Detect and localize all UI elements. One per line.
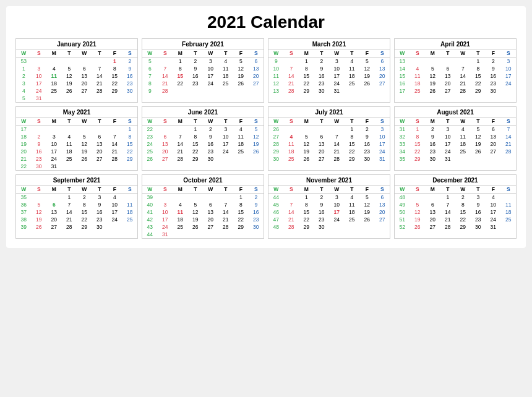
col-header: S [32,186,47,194]
day-cell: 25 [345,216,360,223]
week-row: 3315161718192021 [395,140,516,148]
day-cell: 31 [486,223,501,231]
day-cell: 6 [77,65,92,72]
day-cell: 8 [299,201,314,208]
day-cell: 18 [218,72,234,80]
day-cell: 20 [203,216,218,223]
day-cell: 10 [329,65,345,72]
day-cell: 23 [203,148,218,155]
calendar-page: 2021 Calendar January 2021WSMTWTFS531213… [6,6,526,248]
week-number: 22 [142,126,158,134]
day-cell: 2 [425,126,440,134]
day-cell: 24 [158,223,173,231]
day-cell: 17 [486,208,501,216]
week-row: 1078910111213 [268,65,390,72]
week-number: 44 [142,231,158,238]
col-header: M [46,49,62,58]
day-cell: 27 [203,223,218,231]
day-cell [249,155,264,163]
day-cell: 13 [486,133,501,140]
week-number: 35 [395,155,410,163]
day-cell: 4 [107,194,122,202]
month-block: September 2021WSMTWTFS351234365678910113… [15,174,138,239]
day-cell: 16 [32,148,47,155]
day-cell: 20 [158,148,173,155]
day-cell: 27 [375,216,390,223]
day-cell: 2 [314,58,330,66]
day-cell: 20 [375,72,390,80]
col-header: T [471,49,486,58]
day-cell: 8 [299,65,314,72]
day-cell: 21 [284,80,299,87]
col-header: W [395,117,410,126]
week-row: 4324252627282930 [142,223,264,231]
day-cell: 5 [359,58,375,66]
day-cell [107,126,122,134]
day-cell: 2 [314,194,330,202]
day-cell: 28 [329,155,345,163]
col-header: F [359,186,375,194]
day-cell: 12 [471,133,486,140]
day-cell: 21 [158,80,173,87]
day-cell: 15 [299,72,314,80]
col-header: F [486,186,501,194]
day-cell: 9 [425,133,440,140]
day-cell: 23 [359,148,375,155]
day-cell: 26 [410,223,426,231]
col-header: F [233,49,249,58]
day-cell: 22 [410,148,426,155]
col-header: M [173,117,188,126]
day-cell: 13 [314,140,330,148]
day-cell: 3 [471,194,486,202]
day-cell [158,194,173,202]
month-table: WSMTWTFS13123144567891015111213141516171… [395,49,516,95]
day-cell: 1 [233,194,249,202]
day-cell [249,87,264,95]
day-cell: 17 [107,208,122,216]
day-cell [107,223,122,231]
day-cell: 5 [32,201,47,208]
col-header: W [203,117,218,126]
day-cell: 12 [77,140,92,148]
week-number: 6 [142,65,158,72]
day-cell: 11 [284,140,299,148]
day-cell: 3 [329,194,345,202]
day-cell: 7 [440,201,456,208]
day-cell: 3 [92,194,108,202]
day-cell [203,231,218,238]
month-block: March 2021WSMTWTFS9123456107891011121311… [268,38,390,103]
day-cell: 14 [62,208,77,216]
col-header: W [16,117,32,126]
day-cell: 6 [314,133,330,140]
month-title: April 2021 [395,39,516,49]
month-title: July 2021 [268,107,390,117]
month-block: December 2021WSMTWTFS4812344956789101150… [394,174,517,239]
day-cell: 28 [218,223,234,231]
week-row: 2918192021222324 [268,148,390,155]
day-cell: 10 [440,133,456,140]
day-cell [77,163,92,170]
day-cell: 1 [410,126,426,134]
week-row: 2413141516171819 [142,140,264,148]
day-cell: 15 [107,72,122,80]
day-cell: 31 [440,155,456,163]
week-row: 1511121314151617 [395,72,516,80]
day-cell: 26 [188,223,204,231]
day-cell [77,58,92,66]
day-cell: 25 [233,148,249,155]
day-cell: 24 [46,155,62,163]
day-cell [122,95,138,102]
day-cell: 9 [32,140,47,148]
day-cell: 26 [471,148,486,155]
day-cell [425,58,440,66]
day-cell: 28 [455,87,471,95]
day-cell [455,58,471,66]
day-cell: 23 [471,216,486,223]
day-cell: 2 [203,126,218,134]
day-cell: 30 [249,223,264,231]
col-header: S [158,49,173,58]
day-cell: 3 [46,133,62,140]
day-cell: 1 [440,194,456,202]
day-cell: 22 [77,216,92,223]
day-cell: 31 [32,95,47,102]
